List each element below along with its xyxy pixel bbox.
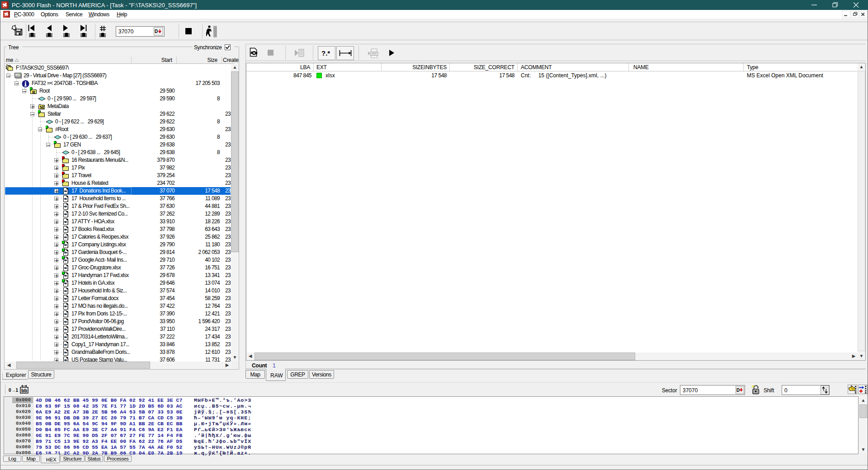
svg-text:bb: bb: [21, 388, 28, 394]
svg-text:D: D: [155, 29, 158, 34]
svg-text:R: R: [32, 90, 36, 95]
svg-text:D: D: [736, 388, 740, 393]
svg-text:M: M: [40, 105, 44, 110]
